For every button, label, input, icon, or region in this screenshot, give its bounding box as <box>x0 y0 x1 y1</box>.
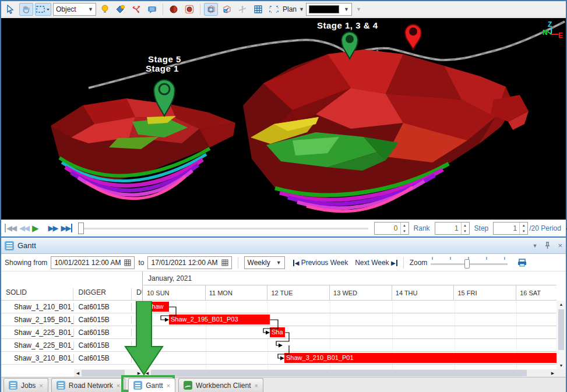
pin-panel-icon[interactable] <box>544 242 551 249</box>
overflow-chevron-icon[interactable]: ▼ <box>356 6 361 12</box>
next-week-button[interactable]: Next Week ▶ <box>355 259 397 267</box>
view-orientation-dropdown[interactable]: Plan ▼ <box>283 5 304 13</box>
scroll-thumb[interactable] <box>151 370 527 376</box>
panel-menu-chevron-icon[interactable]: ▼ <box>532 243 537 249</box>
zoom-handle[interactable] <box>464 259 470 269</box>
step-input[interactable]: 1 ▲▼ <box>435 222 470 235</box>
print-icon[interactable] <box>517 258 527 267</box>
grid-hscrollbar[interactable]: ◀ ▶ <box>74 369 143 377</box>
skip-start-button[interactable]: ◀◀ <box>5 224 16 232</box>
table-row[interactable]: Shaw_2_195_B01_P03Cat6015B1d <box>1 313 142 326</box>
date-from-input[interactable]: 10/01/2021 12:00 AM <box>51 256 135 269</box>
step-spinner[interactable]: ▲▼ <box>461 223 469 234</box>
table-row[interactable]: Shaw_1_210_B01_PCat6015B9d <box>1 301 142 313</box>
cell-solid: Shaw_4_225_B01_P <box>1 341 74 349</box>
color-dropdown[interactable]: ▼ <box>306 3 352 16</box>
bulb-icon[interactable] <box>98 3 112 16</box>
cell-solid: Shaw_3_210_B01_P01 <box>1 354 74 362</box>
calendar-icon[interactable] <box>124 259 131 266</box>
scroll-right-icon[interactable]: ▶ <box>549 369 557 377</box>
date-to-input[interactable]: 17/01/2021 12:00 AM <box>147 256 231 269</box>
close-icon[interactable]: × <box>167 382 170 389</box>
gantt-bar[interactable]: Shaw <box>146 302 169 312</box>
viewport-3d[interactable]: Stage 5 Stage 1 Stage 1, 3 & 4 Z N E <box>1 18 566 220</box>
day-header-12: 12 TUE <box>267 285 330 301</box>
rank-value: 0 <box>375 223 400 234</box>
chevron-down-icon: ▼ <box>299 6 304 12</box>
cube-icon[interactable] <box>204 3 218 16</box>
grid-icon[interactable] <box>251 3 265 16</box>
diamond-bulb-icon[interactable] <box>114 3 128 16</box>
period-spinner[interactable]: ▲▼ <box>519 223 527 234</box>
tab-road-network[interactable]: Road Network× <box>51 378 125 392</box>
scrollbar-corner <box>557 369 566 377</box>
close-panel-icon[interactable]: × <box>558 241 562 250</box>
calendar-icon[interactable] <box>221 259 228 266</box>
stage-label-1: Stage 1 <box>146 63 179 73</box>
column-header-duration[interactable]: DU <box>132 288 142 300</box>
divider <box>403 257 404 269</box>
close-icon[interactable]: × <box>117 382 120 389</box>
scroll-down-icon[interactable]: ▼ <box>557 362 566 369</box>
explode-arrows-icon[interactable] <box>129 3 143 16</box>
rank-input[interactable]: 0 ▲▼ <box>374 222 409 235</box>
column-header-solid[interactable]: SOLID <box>1 288 73 300</box>
interval-dropdown[interactable]: Weekly ▼ <box>244 256 285 269</box>
previous-week-button[interactable]: ◀ Previous Week <box>293 259 348 267</box>
workbench-logo-icon <box>184 381 192 390</box>
chart-hscrollbar[interactable]: ◀ ▶ <box>143 369 557 377</box>
timeline-handle[interactable] <box>78 223 84 234</box>
comment-icon[interactable] <box>145 3 159 16</box>
interval-value: Weekly <box>248 259 270 267</box>
gantt-chart[interactable]: January, 2021 10 SUN11 MON12 TUE13 WED14… <box>143 271 557 369</box>
rank-spinner[interactable]: ▲▼ <box>400 223 408 234</box>
table-row[interactable]: Shaw_3_210_B01_P01Cat6015B4d <box>1 352 142 365</box>
tab-jobs[interactable]: Jobs× <box>3 378 48 392</box>
zoom-slider[interactable] <box>431 256 508 269</box>
zoom-label: Zoom <box>410 259 428 267</box>
move-axes-icon[interactable] <box>235 3 249 16</box>
chevron-down-icon: ▼ <box>276 260 281 266</box>
period-input[interactable]: 1 ▲▼ <box>493 222 528 235</box>
grid-header: SOLID DIGGER DU <box>1 271 142 301</box>
cell-solid: Shaw_4_225_B01_P <box>1 329 74 337</box>
play-button[interactable]: ▶ <box>32 223 38 234</box>
select-mode-dropdown[interactable]: Object ▼ <box>53 3 96 16</box>
scroll-up-icon[interactable]: ▲ <box>557 301 566 308</box>
table-row[interactable]: Shaw_4_225_B01_PCat6015B0d <box>1 326 142 339</box>
scroll-left-icon[interactable]: ◀ <box>143 369 151 377</box>
tab-workbench-client[interactable]: Workbench Client× <box>178 378 263 392</box>
tab-gantt[interactable]: Gantt× <box>128 378 175 392</box>
rewind-button[interactable]: ◀◀ <box>19 224 29 232</box>
fit-brackets-icon[interactable] <box>267 3 281 16</box>
sphere-box-icon[interactable] <box>182 3 196 16</box>
scroll-left-icon[interactable]: ◀ <box>74 369 82 377</box>
gantt-bar[interactable]: Sha <box>270 327 285 337</box>
scroll-right-icon[interactable]: ▶ <box>135 369 143 377</box>
chart-vscrollbar[interactable]: ▲ ▼ <box>557 301 566 369</box>
table-row[interactable]: Shaw_4_225_B01_PCat6015B0d <box>1 339 142 352</box>
chevron-down-icon: ▼ <box>88 6 93 12</box>
gantt-controls: Showing from 10/01/2021 12:00 AM to 17/0… <box>1 254 566 271</box>
column-header-digger[interactable]: DIGGER <box>73 288 132 300</box>
skip-end-button[interactable]: ▶▶ <box>61 224 72 232</box>
tab-label: Road Network <box>69 382 113 390</box>
close-icon[interactable]: × <box>255 382 258 389</box>
pan-icon[interactable] <box>19 3 33 16</box>
document-list-icon <box>133 381 142 390</box>
cursor-icon[interactable] <box>3 3 17 16</box>
main-toolbar: Object ▼ <box>1 1 566 17</box>
gantt-bar[interactable]: Shaw_2_195_B01_P03 <box>169 315 270 324</box>
select-mode-value: Object <box>56 5 76 13</box>
mine-model-render <box>1 18 566 220</box>
fast-forward-button[interactable]: ▶▶ <box>48 224 58 232</box>
cube-alt-icon[interactable] <box>220 3 234 16</box>
scroll-thumb[interactable] <box>82 370 125 376</box>
scroll-thumb[interactable] <box>558 309 564 350</box>
step-label: Step <box>474 224 489 232</box>
close-icon[interactable]: × <box>39 382 43 389</box>
marquee-select-icon[interactable] <box>35 3 51 16</box>
gantt-bar[interactable]: Shaw_3_210_B01_P01 <box>284 353 557 363</box>
timeline-slider[interactable] <box>78 223 368 234</box>
sphere-icon[interactable] <box>167 3 181 16</box>
